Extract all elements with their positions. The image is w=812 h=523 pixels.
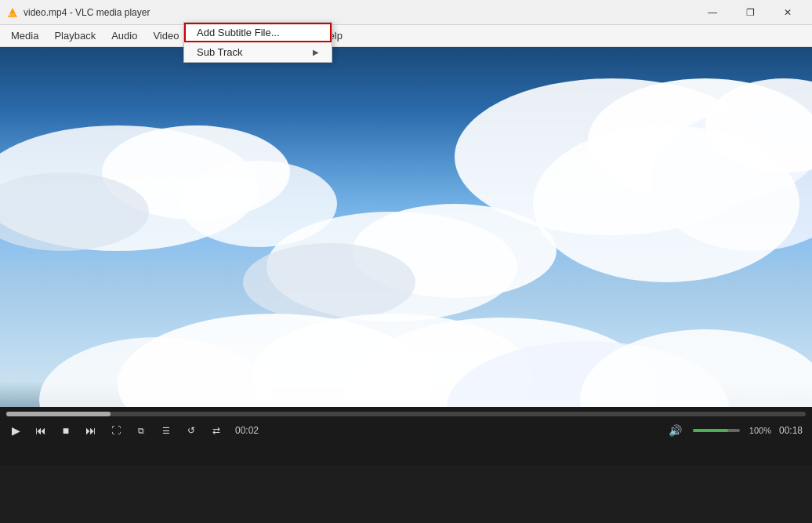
stop-button[interactable]: ■ xyxy=(55,419,77,441)
sub-track-arrow: ▶ xyxy=(313,48,319,56)
volume-pct: 100% xyxy=(749,426,771,435)
time-current: 00:02 xyxy=(230,425,263,436)
sub-track-label: Sub Track xyxy=(197,46,243,58)
window-title: video.mp4 - VLC media player xyxy=(24,7,694,18)
title-bar: VLC video.mp4 - VLC media player — ❐ ✕ xyxy=(0,0,812,25)
volume-slider[interactable] xyxy=(693,429,740,432)
video-area[interactable]: ▶ ⏮ ■ ⏭ ⛶ ⧉ ☰ ↺ ⇄ 00:02 🔊 100% xyxy=(0,47,812,465)
controls-row: ▶ ⏮ ■ ⏭ ⛶ ⧉ ☰ ↺ ⇄ 00:02 🔊 100% xyxy=(0,419,812,441)
time-total: 00:18 xyxy=(774,425,807,436)
svg-point-14 xyxy=(243,243,415,321)
menu-video[interactable]: Video xyxy=(145,27,187,45)
subtitle-dropdown: Add Subtitle File... Sub Track ▶ xyxy=(183,22,332,63)
menu-bar: Media Playback Audio Video Subtitle Tool… xyxy=(0,25,812,47)
next-button[interactable]: ⏭ xyxy=(80,419,102,441)
maximize-button[interactable]: ❐ xyxy=(732,0,768,25)
menu-audio[interactable]: Audio xyxy=(103,27,145,45)
dropdown-sub-track[interactable]: Sub Track ▶ xyxy=(184,42,332,62)
dropdown-add-subtitle[interactable]: Add Subtitle File... xyxy=(184,23,332,42)
extended-button[interactable]: ⧉ xyxy=(130,419,152,441)
add-subtitle-label: Add Subtitle File... xyxy=(197,27,280,38)
progress-bar[interactable] xyxy=(6,412,806,416)
close-button[interactable]: ✕ xyxy=(770,0,806,25)
playlist-button[interactable]: ☰ xyxy=(155,419,177,441)
random-button[interactable]: ⇄ xyxy=(205,419,227,441)
controls-bar: ▶ ⏮ ■ ⏭ ⛶ ⧉ ☰ ↺ ⇄ 00:02 🔊 100% xyxy=(0,407,812,465)
menu-media[interactable]: Media xyxy=(3,27,46,45)
volume-button[interactable]: 🔊 xyxy=(665,419,687,441)
prev-button[interactable]: ⏮ xyxy=(30,419,52,441)
app-icon: VLC xyxy=(6,6,19,19)
menu-playback[interactable]: Playback xyxy=(46,27,103,45)
volume-fill xyxy=(693,429,728,432)
minimize-button[interactable]: — xyxy=(694,0,730,25)
play-button[interactable]: ▶ xyxy=(5,419,27,441)
window-controls: — ❐ ✕ xyxy=(694,0,806,25)
fullscreen-button[interactable]: ⛶ xyxy=(105,419,127,441)
progress-fill xyxy=(6,412,111,416)
clouds-overlay xyxy=(0,47,812,465)
svg-text:VLC: VLC xyxy=(9,13,16,17)
loop-button[interactable]: ↺ xyxy=(180,419,202,441)
